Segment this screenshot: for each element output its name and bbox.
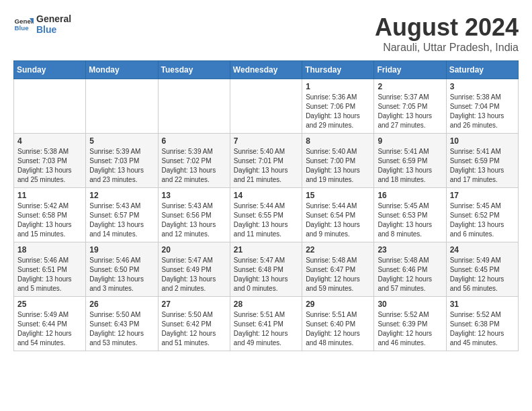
calendar-cell: 31Sunrise: 5:52 AMSunset: 6:38 PMDayligh… bbox=[446, 297, 518, 351]
day-info: Sunrise: 5:44 AMSunset: 6:55 PMDaylight:… bbox=[234, 201, 298, 239]
calendar-week-1: 1Sunrise: 5:36 AMSunset: 7:06 PMDaylight… bbox=[14, 79, 519, 134]
calendar-cell: 17Sunrise: 5:45 AMSunset: 6:52 PMDayligh… bbox=[446, 188, 518, 242]
day-number: 9 bbox=[378, 136, 442, 146]
day-number: 26 bbox=[89, 300, 154, 309]
calendar-cell: 21Sunrise: 5:47 AMSunset: 6:48 PMDayligh… bbox=[230, 242, 302, 297]
day-number: 10 bbox=[450, 136, 515, 146]
day-number: 3 bbox=[450, 82, 515, 91]
day-info: Sunrise: 5:50 AMSunset: 6:42 PMDaylight:… bbox=[162, 310, 226, 348]
day-info: Sunrise: 5:52 AMSunset: 6:39 PMDaylight:… bbox=[378, 310, 442, 348]
main-title: August 2024 bbox=[375, 13, 519, 42]
day-info: Sunrise: 5:41 AMSunset: 6:59 PMDaylight:… bbox=[450, 147, 515, 185]
calendar-cell: 1Sunrise: 5:36 AMSunset: 7:06 PMDaylight… bbox=[302, 79, 374, 134]
day-number: 25 bbox=[17, 300, 82, 309]
calendar-cell: 5Sunrise: 5:39 AMSunset: 7:03 PMDaylight… bbox=[86, 134, 158, 188]
day-number: 24 bbox=[450, 245, 515, 255]
day-number: 19 bbox=[89, 245, 154, 255]
calendar-cell: 14Sunrise: 5:44 AMSunset: 6:55 PMDayligh… bbox=[230, 188, 302, 242]
day-info: Sunrise: 5:45 AMSunset: 6:53 PMDaylight:… bbox=[378, 201, 442, 239]
logo: General Blue General Blue bbox=[13, 13, 71, 35]
calendar-week-4: 18Sunrise: 5:46 AMSunset: 6:51 PMDayligh… bbox=[14, 242, 519, 297]
day-number: 30 bbox=[378, 300, 442, 309]
calendar-cell: 18Sunrise: 5:46 AMSunset: 6:51 PMDayligh… bbox=[14, 242, 86, 297]
day-info: Sunrise: 5:45 AMSunset: 6:52 PMDaylight:… bbox=[450, 201, 515, 239]
calendar-cell: 23Sunrise: 5:48 AMSunset: 6:46 PMDayligh… bbox=[374, 242, 446, 297]
day-number: 27 bbox=[162, 300, 226, 309]
day-info: Sunrise: 5:49 AMSunset: 6:44 PMDaylight:… bbox=[17, 310, 82, 348]
day-info: Sunrise: 5:44 AMSunset: 6:54 PMDaylight:… bbox=[306, 201, 370, 239]
day-number: 4 bbox=[17, 136, 82, 146]
calendar-cell: 3Sunrise: 5:38 AMSunset: 7:04 PMDaylight… bbox=[446, 79, 518, 134]
calendar-cell: 4Sunrise: 5:38 AMSunset: 7:03 PMDaylight… bbox=[14, 134, 86, 188]
day-number: 29 bbox=[306, 300, 370, 309]
calendar-cell: 20Sunrise: 5:47 AMSunset: 6:49 PMDayligh… bbox=[158, 242, 230, 297]
day-number: 28 bbox=[234, 300, 298, 309]
day-info: Sunrise: 5:52 AMSunset: 6:38 PMDaylight:… bbox=[450, 310, 515, 348]
header: General Blue General Blue August 2024 Na… bbox=[13, 13, 519, 54]
calendar-cell: 11Sunrise: 5:42 AMSunset: 6:58 PMDayligh… bbox=[14, 188, 86, 242]
day-info: Sunrise: 5:38 AMSunset: 7:04 PMDaylight:… bbox=[450, 93, 515, 130]
svg-text:Blue: Blue bbox=[15, 24, 30, 32]
calendar: SundayMondayTuesdayWednesdayThursdayFrid… bbox=[13, 60, 519, 351]
calendar-cell: 9Sunrise: 5:41 AMSunset: 6:59 PMDaylight… bbox=[374, 134, 446, 188]
subtitle: Narauli, Uttar Pradesh, India bbox=[375, 42, 519, 54]
day-number: 18 bbox=[17, 245, 82, 255]
calendar-cell: 29Sunrise: 5:51 AMSunset: 6:40 PMDayligh… bbox=[302, 297, 374, 351]
day-header-thursday: Thursday bbox=[302, 61, 374, 79]
calendar-cell: 7Sunrise: 5:40 AMSunset: 7:01 PMDaylight… bbox=[230, 134, 302, 188]
day-number: 22 bbox=[306, 245, 370, 255]
day-number: 6 bbox=[162, 136, 226, 146]
day-info: Sunrise: 5:51 AMSunset: 6:40 PMDaylight:… bbox=[306, 310, 370, 348]
calendar-cell: 6Sunrise: 5:39 AMSunset: 7:02 PMDaylight… bbox=[158, 134, 230, 188]
day-info: Sunrise: 5:42 AMSunset: 6:58 PMDaylight:… bbox=[17, 201, 82, 239]
day-number: 8 bbox=[306, 136, 370, 146]
day-number: 23 bbox=[378, 245, 442, 255]
day-number: 14 bbox=[234, 191, 298, 200]
day-number: 31 bbox=[450, 300, 515, 309]
day-number: 17 bbox=[450, 191, 515, 200]
calendar-cell bbox=[230, 79, 302, 134]
calendar-cell: 13Sunrise: 5:43 AMSunset: 6:56 PMDayligh… bbox=[158, 188, 230, 242]
day-number: 12 bbox=[89, 191, 154, 200]
calendar-cell: 30Sunrise: 5:52 AMSunset: 6:39 PMDayligh… bbox=[374, 297, 446, 351]
day-info: Sunrise: 5:38 AMSunset: 7:03 PMDaylight:… bbox=[17, 147, 82, 185]
day-info: Sunrise: 5:47 AMSunset: 6:48 PMDaylight:… bbox=[234, 256, 298, 293]
day-info: Sunrise: 5:36 AMSunset: 7:06 PMDaylight:… bbox=[306, 93, 370, 130]
day-info: Sunrise: 5:49 AMSunset: 6:45 PMDaylight:… bbox=[450, 256, 515, 293]
day-number: 1 bbox=[306, 82, 370, 91]
day-info: Sunrise: 5:40 AMSunset: 7:01 PMDaylight:… bbox=[234, 147, 298, 185]
calendar-week-2: 4Sunrise: 5:38 AMSunset: 7:03 PMDaylight… bbox=[14, 134, 519, 188]
day-number: 21 bbox=[234, 245, 298, 255]
day-number: 20 bbox=[162, 245, 226, 255]
day-number: 16 bbox=[378, 191, 442, 200]
calendar-cell: 12Sunrise: 5:43 AMSunset: 6:57 PMDayligh… bbox=[86, 188, 158, 242]
day-info: Sunrise: 5:40 AMSunset: 7:00 PMDaylight:… bbox=[306, 147, 370, 185]
day-info: Sunrise: 5:46 AMSunset: 6:51 PMDaylight:… bbox=[17, 256, 82, 293]
calendar-cell: 2Sunrise: 5:37 AMSunset: 7:05 PMDaylight… bbox=[374, 79, 446, 134]
calendar-cell bbox=[14, 79, 86, 134]
day-info: Sunrise: 5:43 AMSunset: 6:56 PMDaylight:… bbox=[162, 201, 226, 239]
day-number: 5 bbox=[89, 136, 154, 146]
day-number: 13 bbox=[162, 191, 226, 200]
logo-icon: General Blue bbox=[13, 14, 34, 34]
day-number: 11 bbox=[17, 191, 82, 200]
day-header-sunday: Sunday bbox=[14, 61, 86, 79]
calendar-cell: 25Sunrise: 5:49 AMSunset: 6:44 PMDayligh… bbox=[14, 297, 86, 351]
calendar-cell: 8Sunrise: 5:40 AMSunset: 7:00 PMDaylight… bbox=[302, 134, 374, 188]
day-info: Sunrise: 5:39 AMSunset: 7:02 PMDaylight:… bbox=[162, 147, 226, 185]
day-header-friday: Friday bbox=[374, 61, 446, 79]
calendar-week-3: 11Sunrise: 5:42 AMSunset: 6:58 PMDayligh… bbox=[14, 188, 519, 242]
day-number: 7 bbox=[234, 136, 298, 146]
day-info: Sunrise: 5:48 AMSunset: 6:47 PMDaylight:… bbox=[306, 256, 370, 293]
calendar-cell: 24Sunrise: 5:49 AMSunset: 6:45 PMDayligh… bbox=[446, 242, 518, 297]
day-info: Sunrise: 5:37 AMSunset: 7:05 PMDaylight:… bbox=[378, 93, 442, 130]
calendar-header-row: SundayMondayTuesdayWednesdayThursdayFrid… bbox=[14, 61, 519, 79]
day-info: Sunrise: 5:46 AMSunset: 6:50 PMDaylight:… bbox=[89, 256, 154, 293]
day-info: Sunrise: 5:47 AMSunset: 6:49 PMDaylight:… bbox=[162, 256, 226, 293]
calendar-cell: 19Sunrise: 5:46 AMSunset: 6:50 PMDayligh… bbox=[86, 242, 158, 297]
calendar-cell: 15Sunrise: 5:44 AMSunset: 6:54 PMDayligh… bbox=[302, 188, 374, 242]
day-number: 2 bbox=[378, 82, 442, 91]
day-header-tuesday: Tuesday bbox=[158, 61, 230, 79]
day-header-saturday: Saturday bbox=[446, 61, 518, 79]
calendar-cell bbox=[86, 79, 158, 134]
